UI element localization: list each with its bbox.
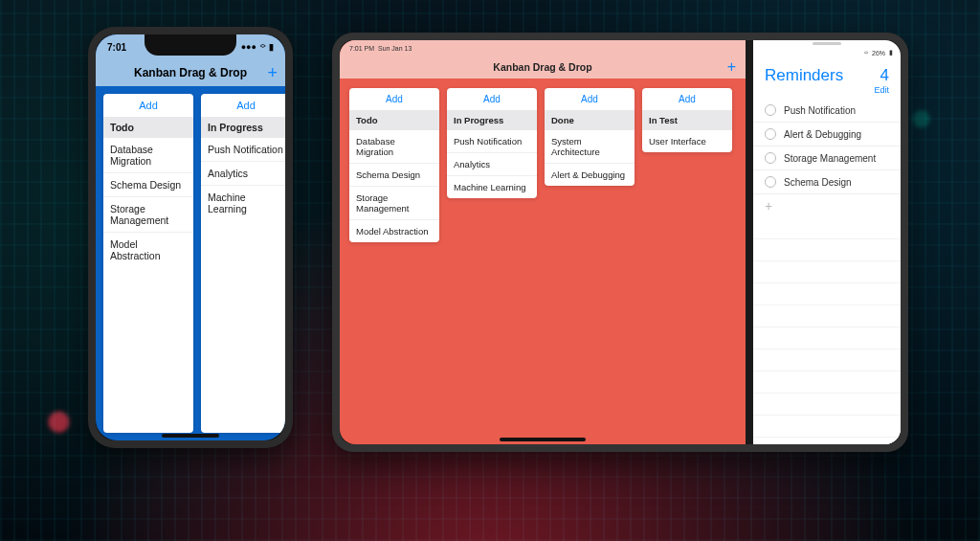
kanban-column[interactable]: AddIn ProgressPush NotificationAnalytics… [201,94,285,433]
ipad-screen: 7:01 PM Sun Jan 13 Kanban Drag & Drop + … [340,40,901,444]
ipad-kanban-board[interactable]: AddTodoDatabase MigrationSchema DesignSt… [340,79,746,444]
add-column-button[interactable]: + [267,64,278,81]
reminder-label: Alert & Debugging [784,129,861,140]
ipad-navbar: Kanban Drag & Drop + [340,56,746,79]
kanban-card[interactable]: Schema Design [349,164,439,187]
kanban-column[interactable]: AddDoneSystem ArchitectureAlert & Debugg… [545,88,635,186]
kanban-card[interactable]: Analytics [201,162,285,186]
column-header: Todo [103,117,193,138]
edit-button[interactable]: Edit [753,85,901,99]
status-time: 7:01 PM [349,45,374,52]
kanban-card[interactable]: Storage Management [103,197,193,233]
reminders-title: Reminders [765,66,843,85]
add-card-button[interactable]: Add [447,88,537,110]
add-reminder-button[interactable]: + [753,194,901,217]
kanban-card[interactable]: Alert & Debugging [545,164,635,186]
reminder-label: Schema Design [784,177,852,188]
column-header: Done [545,110,635,130]
reminders-status-bar: ⌔ 26% ▮ [753,45,901,60]
iphone-screen: 7:01 ●●● ⌔ ▮ Kanban Drag & Drop + AddTod… [96,34,285,440]
reminder-label: Storage Management [784,153,876,164]
add-card-button[interactable]: Add [642,88,732,110]
page-title: Kanban Drag & Drop [134,66,247,79]
reminders-count: 4 [880,66,889,85]
checkbox-icon[interactable] [765,104,776,116]
wifi-icon: ⌔ [260,42,265,52]
kanban-column[interactable]: AddIn TestUser Interface [642,88,732,152]
checkbox-icon[interactable] [765,128,776,140]
add-column-button[interactable]: + [727,59,736,75]
kanban-card[interactable]: Schema Design [103,173,193,197]
kanban-card[interactable]: Database Migration [349,130,439,164]
checkbox-icon[interactable] [765,176,776,188]
iphone-device-frame: 7:01 ●●● ⌔ ▮ Kanban Drag & Drop + AddTod… [88,27,293,448]
column-header: In Test [642,110,732,130]
wifi-icon: ⌔ [864,50,868,56]
kanban-card[interactable]: Storage Management [349,187,439,220]
page-title: Kanban Drag & Drop [493,61,591,73]
checkbox-icon[interactable] [765,152,776,164]
kanban-card[interactable]: Machine Learning [447,176,537,198]
kanban-column[interactable]: AddIn ProgressPush NotificationAnalytics… [447,88,537,198]
kanban-card[interactable]: Push Notification [447,130,537,153]
add-card-button[interactable]: Add [103,94,193,117]
battery-icon: ▮ [269,42,274,52]
column-header: In Progress [201,117,285,138]
iphone-kanban-board[interactable]: AddTodoDatabase MigrationSchema DesignSt… [96,86,285,440]
reminders-blank-rows [753,217,901,444]
status-date: Sun Jan 13 [378,45,412,52]
kanban-card[interactable]: Push Notification [201,138,285,162]
kanban-card[interactable]: System Architecture [545,130,635,164]
kanban-card[interactable]: Model Abstraction [103,233,193,267]
reminder-row[interactable]: Schema Design [753,170,901,194]
signal-icon: ●●● [241,42,256,52]
battery-icon: ▮ [889,49,893,56]
reminder-row[interactable]: Alert & Debugging [753,123,901,147]
ipad-device-frame: 7:01 PM Sun Jan 13 Kanban Drag & Drop + … [332,33,908,452]
reminders-panel: ⌔ 26% ▮ Reminders 4 Edit Push Notificati… [746,40,901,444]
reminder-row[interactable]: Storage Management [753,147,901,170]
kanban-column[interactable]: AddTodoDatabase MigrationSchema DesignSt… [349,88,439,242]
kanban-card[interactable]: User Interface [642,130,732,152]
reminder-label: Push Notification [784,105,856,116]
kanban-column[interactable]: AddTodoDatabase MigrationSchema DesignSt… [103,94,193,433]
home-indicator[interactable] [500,438,586,441]
status-time: 7:01 [107,42,126,53]
home-indicator[interactable] [162,434,219,438]
reminder-row[interactable]: Push Notification [753,99,901,123]
column-header: Todo [349,110,439,130]
iphone-notch [145,34,236,56]
status-right-icons: ●●● ⌔ ▮ [241,42,274,52]
add-card-button[interactable]: Add [349,88,439,110]
column-header: In Progress [447,110,537,130]
reminders-list: Push NotificationAlert & DebuggingStorag… [753,99,901,194]
ipad-kanban-app: 7:01 PM Sun Jan 13 Kanban Drag & Drop + … [340,40,746,444]
kanban-card[interactable]: Machine Learning [201,186,285,220]
kanban-card[interactable]: Database Migration [103,138,193,173]
ipad-status-bar: 7:01 PM Sun Jan 13 [340,40,746,56]
add-card-button[interactable]: Add [201,94,285,117]
iphone-navbar: Kanban Drag & Drop + [96,59,285,86]
add-card-button[interactable]: Add [545,88,635,110]
kanban-card[interactable]: Analytics [447,153,537,176]
battery-text: 26% [872,50,885,56]
kanban-card[interactable]: Model Abstraction [349,220,439,242]
reminders-header: Reminders 4 [753,60,901,85]
